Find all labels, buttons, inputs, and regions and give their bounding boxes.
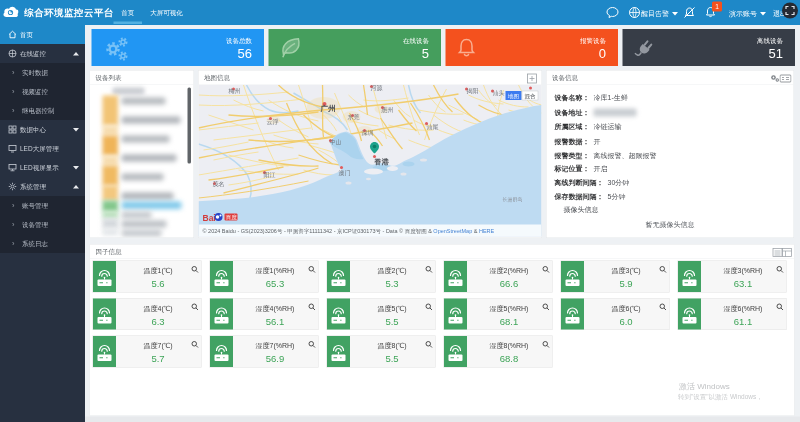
svg-text:云浮: 云浮 xyxy=(267,118,279,125)
svg-text:河源: 河源 xyxy=(371,85,383,91)
svg-text:地图: 地图 xyxy=(507,93,519,100)
svg-text:惠州: 惠州 xyxy=(381,107,394,113)
svg-text:阳江: 阳江 xyxy=(264,172,276,179)
svg-text:澳门: 澳门 xyxy=(339,169,351,177)
svg-text:长洲群岛: 长洲群岛 xyxy=(503,196,523,203)
svg-text:© 2024 Baidu - GS(2023)3206号 -: © 2024 Baidu - GS(2023)3206号 - 甲测资字11111… xyxy=(203,228,495,235)
svg-text:汕头: 汕头 xyxy=(493,90,505,96)
svg-text:梅州: 梅州 xyxy=(228,88,241,95)
svg-text:中山: 中山 xyxy=(330,139,342,145)
svg-text:东莞: 东莞 xyxy=(348,113,360,120)
svg-text:揭阳: 揭阳 xyxy=(467,88,479,95)
svg-text:百度: 百度 xyxy=(226,214,238,221)
svg-text:香港: 香港 xyxy=(374,158,390,166)
svg-text:Bai: Bai xyxy=(203,213,216,223)
svg-text:深圳: 深圳 xyxy=(362,130,374,136)
svg-text:汕尾: 汕尾 xyxy=(427,124,439,130)
svg-text:广州: 广州 xyxy=(320,104,336,113)
svg-text:茂名: 茂名 xyxy=(213,181,225,188)
svg-text:混合: 混合 xyxy=(525,93,537,100)
